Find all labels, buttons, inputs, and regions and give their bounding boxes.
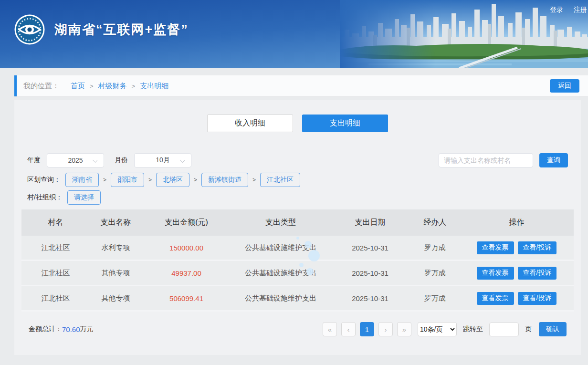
search-input[interactable] [439,153,533,167]
table-row: 江北社区 水利专项 150000.00 公共基础设施维护支出 2025-10-3… [21,236,574,261]
month-label: 月份 [115,156,128,165]
cell-type: 公共基础设施维护支出 [231,269,330,278]
cell-type: 公共基础设施维护支出 [231,243,330,252]
search-button[interactable]: 查询 [539,153,568,167]
view-invoice-button[interactable]: 查看发票 [477,267,514,280]
total-label: 金额总计： [29,325,62,334]
view-complain-button[interactable]: 查看/投诉 [518,267,557,280]
filter-row: 年度 2025 月份 10月 查询 [27,153,568,167]
confirm-jump-button[interactable]: 确认 [539,322,567,336]
cell-handler: 罗万成 [410,294,460,303]
month-value: 10月 [156,156,170,165]
table-row: 江北社区 其他专项 49937.00 公共基础设施维护支出 2025-10-31… [21,261,574,286]
table-header-row: 村名 支出名称 支出金额(元) 支出类型 支出日期 经办人 操作 [21,209,574,236]
region-community-button[interactable]: 江北社区 [260,173,300,187]
region-separator: > [194,177,197,183]
breadcrumb-village-finance[interactable]: 村级财务 [98,82,127,91]
cell-expense-name: 水利专项 [90,243,142,252]
total-value: 70.60 [62,325,80,334]
col-header-village: 村名 [21,218,90,228]
region-district-button[interactable]: 北塔区 [156,173,189,187]
col-header-expense-name: 支出名称 [90,218,142,228]
breadcrumb-label: 我的位置： [23,82,59,91]
view-complain-button[interactable]: 查看/投诉 [518,292,557,305]
page-number-button[interactable]: 1 [360,322,374,336]
main-content: 收入明细 支出明细 年度 2025 月份 10月 查询 区划查询： 湖南省 > … [14,100,581,355]
view-invoice-button[interactable]: 查看发票 [477,241,514,254]
table-footer: 金额总计： 70.60 万元 « ‹ 1 › » 10条/页 跳转至 页 确认 [21,317,574,341]
tab-expense-detail[interactable]: 支出明细 [302,115,388,132]
year-value: 2025 [68,156,83,164]
cell-date: 2025-10-31 [330,269,410,277]
region-city-button[interactable]: 邵阳市 [111,173,144,187]
breadcrumb-bar: 我的位置： 首页 > 村级财务 > 支出明细 返回 [14,75,588,96]
month-select[interactable]: 10月 [134,153,191,167]
breadcrumb-separator: > [132,83,136,90]
back-button[interactable]: 返回 [550,79,579,93]
login-link[interactable]: 登录 [550,6,563,13]
year-select[interactable]: 2025 [47,153,104,167]
jump-page-input[interactable] [489,323,519,336]
year-label: 年度 [27,156,41,165]
page-size-select[interactable]: 10条/页 [418,322,457,336]
cell-handler: 罗万成 [410,269,460,278]
cell-village: 江北社区 [21,269,90,278]
cell-amount: 506099.41 [142,294,231,302]
tab-income-detail[interactable]: 收入明细 [207,115,293,132]
col-header-type: 支出类型 [231,218,330,228]
register-link[interactable]: 注册 [574,6,587,13]
cell-village: 江北社区 [21,294,90,303]
total-unit: 万元 [80,325,94,334]
jump-unit: 页 [525,325,532,334]
jump-label: 跳转至 [463,325,483,334]
org-label: 村/社组织： [27,193,63,202]
pagination: « ‹ 1 › » 10条/页 跳转至 页 确认 [323,322,567,336]
last-page-button[interactable]: » [397,322,411,336]
cell-village: 江北社区 [21,243,90,252]
cell-expense-name: 其他专项 [90,294,142,303]
col-header-handler: 经办人 [410,218,460,228]
cell-type: 公共基础设施维护支出 [231,294,330,303]
site-header: 登录 注册 湖南省“互联网+监督” [0,0,588,68]
breadcrumb-home[interactable]: 首页 [71,82,85,91]
site-brand[interactable]: 湖南省“互联网+监督” [14,14,189,45]
region-separator: > [103,177,106,183]
breadcrumb-expense-detail[interactable]: 支出明细 [140,82,168,91]
table-row: 江北社区 其他专项 506099.41 公共基础设施维护支出 2025-10-3… [21,286,574,312]
detail-tabs: 收入明细 支出明细 [21,115,574,132]
chevron-down-icon [93,158,97,163]
next-page-button[interactable]: › [378,322,393,336]
view-complain-button[interactable]: 查看/投诉 [518,241,557,254]
org-select-button[interactable]: 请选择 [67,190,101,205]
cell-date: 2025-10-31 [330,244,410,252]
region-label: 区划查询： [27,176,61,184]
header-auth-nav: 登录 注册 [550,6,588,14]
region-filter-row: 区划查询： 湖南省 > 邵阳市 > 北塔区 > 新滩镇街道 > 江北社区 [27,173,568,187]
logo-eye-icon [14,14,45,45]
cell-amount: 49937.00 [142,269,231,277]
region-separator: > [148,177,152,183]
cell-handler: 罗万成 [410,243,460,252]
col-header-date: 支出日期 [330,218,410,228]
cell-expense-name: 其他专项 [90,269,142,278]
breadcrumb-separator: > [90,83,94,90]
region-separator: > [252,177,256,183]
site-title: 湖南省“互联网+监督” [54,21,189,38]
col-header-amount: 支出金额(元) [142,218,231,228]
region-province-button[interactable]: 湖南省 [65,173,99,187]
cell-date: 2025-10-31 [330,294,410,302]
org-filter-row: 村/社组织： 请选择 [27,190,568,205]
col-header-actions: 操作 [460,218,574,228]
region-town-button[interactable]: 新滩镇街道 [201,173,248,187]
first-page-button[interactable]: « [323,322,337,336]
view-invoice-button[interactable]: 查看发票 [477,292,514,305]
cell-amount: 150000.00 [142,244,231,252]
expense-table: 村名 支出名称 支出金额(元) 支出类型 支出日期 经办人 操作 江北社区 水利… [21,209,574,312]
prev-page-button[interactable]: ‹ [341,322,356,336]
chevron-down-icon [180,158,185,163]
